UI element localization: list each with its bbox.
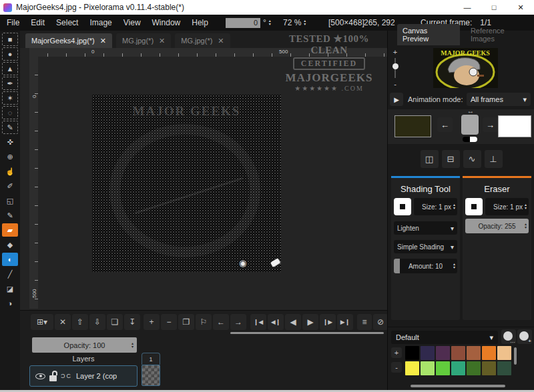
copy-frame-button[interactable]: ❐ — [178, 314, 194, 330]
preview-play-button[interactable]: ▶ — [390, 93, 403, 106]
menu-file[interactable]: File — [7, 18, 19, 27]
close-button[interactable]: ✕ — [507, 0, 534, 15]
palette-color-swatch[interactable] — [405, 361, 419, 375]
magic-wand-tool[interactable]: ✶ — [2, 91, 18, 105]
palette-color-swatch[interactable] — [436, 346, 450, 360]
move-layer-down-button[interactable]: ⇩ — [89, 314, 105, 330]
tab-reference-images[interactable]: Reference Images — [465, 24, 534, 45]
left-color-arrow[interactable]: ← — [437, 117, 453, 132]
next-frame-button[interactable]: ❙▶ — [320, 314, 336, 330]
play-forward-button[interactable]: ▶ — [302, 314, 318, 330]
previous-frame-button[interactable]: ◀❙ — [268, 314, 284, 330]
shading-type-dropdown[interactable]: Simple Shading ▾ — [394, 240, 457, 253]
last-frame-button[interactable]: ▶❙ — [337, 314, 353, 330]
palette-color-swatch[interactable] — [497, 346, 511, 360]
eraser-brush-button[interactable] — [465, 198, 483, 215]
frame-cel-thumbnail[interactable] — [142, 365, 160, 386]
bucket-tool[interactable]: ◆ — [2, 238, 18, 251]
move-layer-up-button[interactable]: ⇧ — [72, 314, 88, 330]
tab-close-icon[interactable]: ✕ — [100, 37, 106, 45]
shading-size-spinner[interactable]: Size: 1 px ▴▾ — [414, 198, 457, 215]
document-tab-1[interactable]: MajorGeeks4.jpg(*)✕ — [25, 33, 112, 48]
shading-mode-dropdown[interactable]: Lighten ▾ — [394, 221, 457, 235]
add-layer-button[interactable]: ⊞▾ — [31, 314, 53, 330]
lasso-tool[interactable]: ◌ — [2, 106, 18, 119]
palette-color-swatch[interactable] — [421, 346, 435, 360]
palette-color-swatch[interactable] — [451, 361, 465, 375]
layer-opacity-slider[interactable]: Opacity: 100 ▴▾ — [32, 337, 137, 353]
menu-help[interactable]: Help — [192, 18, 208, 27]
shading-brush-button[interactable] — [394, 198, 411, 215]
swap-colors-icon[interactable]: ↔ — [460, 107, 481, 115]
remove-color-button[interactable]: - — [391, 362, 402, 373]
tab-close-icon[interactable]: ✕ — [159, 37, 165, 45]
animation-mode-dropdown[interactable]: All frames ▾ — [467, 93, 531, 106]
preview-zoom-out[interactable]: - — [394, 80, 396, 88]
palette-color-swatch[interactable] — [421, 361, 435, 375]
crop-tool[interactable]: ◱ — [2, 194, 18, 207]
shading-amount-slider[interactable]: Amount: 10 ▴▾ — [394, 259, 457, 273]
tab-close-icon[interactable]: ✕ — [218, 37, 224, 45]
palette-horizontal-scrollbar[interactable] — [411, 385, 505, 387]
canvas-image[interactable]: MAJOR GEEKS ◉ — [92, 95, 281, 272]
right-color-swatch[interactable] — [498, 115, 531, 137]
palette-color-swatch[interactable] — [467, 361, 481, 375]
palette-color-swatch[interactable] — [451, 346, 465, 360]
palette-color-swatch[interactable] — [405, 346, 419, 360]
polygon-select-tool[interactable]: ▲ — [2, 62, 18, 75]
menu-window[interactable]: Window — [152, 18, 181, 27]
zoom-level[interactable]: 72 % — [283, 18, 301, 27]
layer-name[interactable]: Layer 2 (cop — [76, 372, 117, 380]
document-tab-2[interactable]: MG.jpg(*)✕ — [116, 33, 171, 48]
preview-zoom-track[interactable] — [394, 58, 396, 78]
line-tool[interactable]: ╱ — [2, 267, 18, 281]
eraser-size-spinner[interactable]: Size: 1 px ▴▾ — [485, 198, 529, 215]
palette-select-dropdown[interactable]: Default ▾ — [391, 331, 498, 344]
palette-color-swatch[interactable] — [482, 346, 496, 360]
move-frame-right-button[interactable]: → — [230, 314, 246, 330]
pencil-tool[interactable]: ✎ — [2, 209, 18, 222]
preview-zoom-handle[interactable] — [392, 63, 398, 69]
move-frame-left-button[interactable]: ← — [213, 314, 229, 330]
preview-zoom-in[interactable]: + — [393, 48, 397, 56]
layer-row[interactable]: ƆC Layer 2 (cop — [29, 365, 138, 387]
edit-palette-button[interactable]: … — [501, 329, 516, 344]
zoom-tool[interactable]: ⊕ — [2, 150, 18, 163]
palette-color-swatch[interactable] — [497, 361, 511, 375]
horizontal-mirror-button[interactable]: ◫ — [421, 150, 439, 168]
onion-skinning-button[interactable]: ⊘ — [373, 314, 388, 330]
merge-layer-button[interactable]: ↧ — [124, 314, 140, 330]
move-tool[interactable]: ✜ — [2, 135, 18, 149]
add-frame-button[interactable]: + — [144, 314, 160, 330]
eraser-tool[interactable]: ▰ — [2, 223, 18, 237]
select-by-color-tool[interactable]: ✒ — [2, 77, 18, 90]
ellipse-select-tool[interactable]: ● — [2, 47, 18, 61]
rotation-input[interactable]: 0 — [226, 18, 260, 28]
zoom-spinner[interactable]: ▴▾ — [304, 19, 306, 26]
rectangle-tool[interactable]: ◪ — [2, 282, 18, 295]
frame-column-header[interactable]: 1 — [142, 353, 160, 365]
rectangle-select-tool[interactable]: ■ — [2, 33, 18, 46]
ellipse-tool[interactable]: ◑ — [2, 297, 18, 310]
layer-lock-icon[interactable] — [49, 375, 57, 381]
minimize-button[interactable]: — — [454, 0, 481, 15]
preview-zoom-slider[interactable]: + - — [390, 48, 400, 91]
palette-color-swatch[interactable] — [482, 361, 496, 375]
frame-tag-button[interactable]: ⚐ — [196, 314, 212, 330]
eraser-opacity-slider[interactable]: Opacity: 255 ▴▾ — [465, 219, 529, 233]
menu-select[interactable]: Select — [56, 18, 78, 27]
vertical-mirror-button[interactable]: ⊟ — [442, 150, 460, 168]
paint-selection-tool[interactable]: ✎ — [2, 121, 18, 134]
palette-vertical-scrollbar[interactable] — [514, 347, 517, 365]
right-color-arrow[interactable]: → — [483, 117, 498, 132]
rotation-spinner[interactable]: ▴▾ — [269, 19, 271, 26]
menu-view[interactable]: View — [123, 18, 141, 27]
timeline-options-button[interactable]: ≡ — [357, 314, 372, 330]
play-backwards-button[interactable]: ◀ — [285, 314, 301, 330]
add-color-button[interactable]: + — [391, 347, 402, 358]
document-tab-3[interactable]: MG.jpg(*)✕ — [175, 33, 230, 48]
menu-image[interactable]: Image — [89, 18, 111, 27]
clone-layer-button[interactable]: ❏ — [107, 314, 123, 330]
color-picker-tool[interactable]: ✐ — [2, 179, 18, 193]
remove-layer-button[interactable]: ✕ — [55, 314, 71, 330]
